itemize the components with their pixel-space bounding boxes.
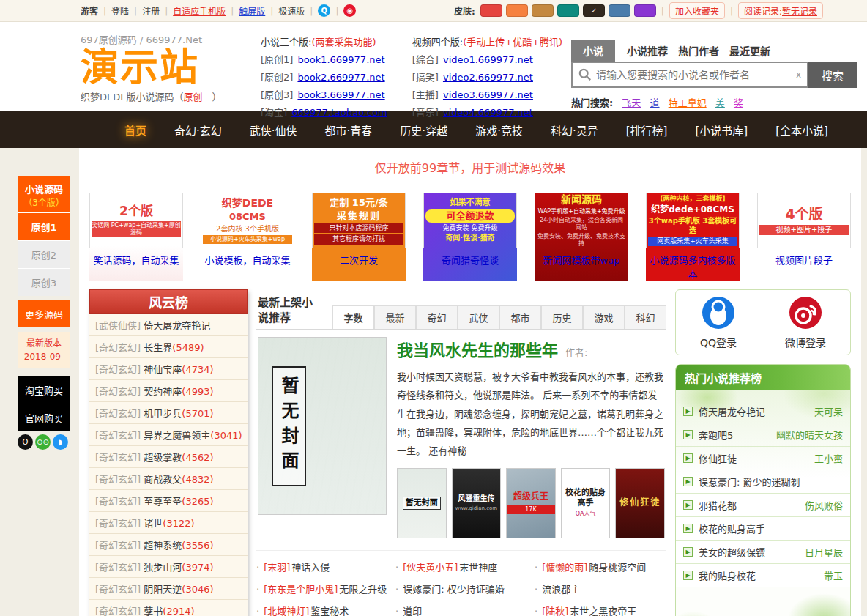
banner-caption[interactable]: 新闻网模板带wap	[535, 253, 628, 267]
wechat-icon[interactable]: ⊙⊙	[35, 434, 51, 450]
more-source-button[interactable]: 更多源码	[18, 300, 70, 327]
novel-link[interactable]: ·[陆秋]末世之黑夜帝王	[535, 601, 666, 616]
site-link[interactable]: video3.669977.net	[443, 89, 533, 100]
recommend-tab[interactable]: 科幻	[625, 305, 666, 329]
banner-caption[interactable]: 视频图片段子	[757, 253, 851, 267]
nav-item[interactable]: 都市·青春	[316, 118, 382, 142]
banner-caption[interactable]: 奇闻猎奇怪谈	[423, 253, 517, 267]
skin-swatch[interactable]	[634, 4, 656, 17]
book-cover-thumb[interactable]: 风骚重生传 www.qidian.com	[452, 468, 502, 538]
nav-item[interactable]: 科幻·灵异	[542, 118, 607, 142]
banner-caption[interactable]: 笑话源码，自动采集	[89, 253, 183, 267]
search-tab[interactable]: 小说推荐	[627, 43, 668, 62]
banner-ad[interactable]: 2个版 笑话网 PC+wap+自动采集+原创源码 笑话源码，自动采集	[89, 193, 183, 281]
wangwang-icon[interactable]: ◗	[53, 434, 68, 450]
reading-history[interactable]: 阅读记录:暂无记录	[738, 2, 823, 19]
hot-novel-item[interactable]: ▶ 我的贴身校花 带玉	[676, 564, 850, 587]
site-link[interactable]: video4.669977.net	[443, 107, 533, 118]
novel-link[interactable]: ·道印	[395, 601, 527, 616]
nav-item[interactable]: [全本小说]	[767, 118, 837, 142]
book-cover-thumb[interactable]: 修仙狂徒	[615, 468, 665, 538]
nav-item[interactable]: 奇幻·玄幻	[165, 118, 231, 142]
featured-title[interactable]: 我当风水先生的那些年	[397, 337, 558, 360]
recommend-tab[interactable]: 历史	[541, 305, 583, 329]
recommend-tab[interactable]: 字数	[332, 305, 374, 329]
qq-icon[interactable]: Q	[318, 4, 330, 17]
skin-swatch[interactable]	[609, 4, 630, 17]
search-tab[interactable]: 热门作者	[678, 43, 719, 62]
hot-search-word[interactable]: 道	[650, 97, 660, 108]
banner-ad[interactable]: 新闻源码 WAP手机版+自动采集+免费升级 24小时自动采集，适合各类新闻网站 …	[535, 193, 628, 281]
rank-item[interactable]: [奇幻玄幻] 诸世(3122)	[89, 512, 248, 534]
hot-novel-item[interactable]: ▶ 校花的贴身高手	[676, 517, 850, 541]
hot-novel-item[interactable]: ▶ 误惹豪门: 爵少的迷糊剃	[676, 470, 850, 494]
hot-search-word[interactable]: 飞天	[622, 97, 641, 108]
search-button[interactable]: 搜索	[808, 62, 857, 88]
hot-novel-item[interactable]: ▶ 美女的超级保镖 日月星辰	[676, 541, 850, 564]
nav-item[interactable]: [小说书库]	[686, 118, 756, 142]
fast-version-link[interactable]: 极速版	[278, 4, 305, 17]
skin-swatch[interactable]	[480, 4, 502, 17]
rank-item[interactable]: [奇幻玄幻] 超级掌教(4562)	[89, 446, 248, 468]
weibo-login-button[interactable]: 微博登录	[785, 296, 826, 349]
skin-swatch[interactable]	[506, 4, 528, 17]
novel-link[interactable]: ·[东东是个胆小鬼]无限之升级	[256, 579, 388, 601]
rank-item[interactable]: [奇幻玄幻] 长生界(5489)	[89, 336, 248, 358]
adaptive-mobile-link[interactable]: 自适应手机版	[173, 4, 226, 17]
hot-search-word[interactable]: 美	[715, 97, 725, 108]
weibo-icon[interactable]: ◉	[343, 4, 356, 17]
add-favorite-button[interactable]: 加入收藏夹	[669, 2, 725, 19]
touch-version-link[interactable]: 触屏版	[239, 4, 265, 17]
book-cover-thumb[interactable]: 暂无封面	[397, 468, 447, 538]
book-cover-thumb[interactable]: 校花的贴身高手 QA人气	[561, 468, 611, 538]
nav-item[interactable]: 历史·穿越	[391, 118, 456, 142]
novel-link[interactable]: ·误嫁豪门: 权少持证骗婚	[395, 579, 527, 601]
buy-button[interactable]: 淘宝购买	[18, 376, 70, 404]
recommend-tab[interactable]: 最新	[374, 305, 416, 329]
rank-item[interactable]: [奇幻玄幻] 机甲步兵(5701)	[89, 402, 248, 424]
banner-ad-image[interactable]: 新闻源码 WAP手机版+自动采集+免费升级 24小时自动采集，适合各类新闻网站 …	[535, 193, 628, 248]
banner-ad[interactable]: 定制 15元/条 采集规则 只针对本店源码程序 其它程序请勿打扰 二次开发	[312, 193, 406, 281]
hot-novel-item[interactable]: ▶ 倚天屠龙夺艳记 天可呆	[676, 400, 850, 423]
rank-item[interactable]: [奇幻玄幻] 神仙宝座(4734)	[89, 358, 248, 380]
site-link[interactable]: book2.669977.net	[297, 72, 384, 83]
novel-link[interactable]: ·[北域神灯]鉴宝秘术	[256, 601, 388, 616]
rank-item[interactable]: [奇幻玄幻] 商战教父(4832)	[89, 468, 248, 490]
banner-caption[interactable]: 二次开发	[312, 253, 406, 267]
hot-search-word[interactable]: 特工皇妃	[669, 97, 707, 108]
qq-login-button[interactable]: QQ登录	[700, 296, 737, 349]
rank-item[interactable]: [奇幻玄幻] 独步山河(3974)	[89, 556, 248, 578]
rank-item[interactable]: [奇幻玄幻] 契约神座(4993)	[89, 380, 248, 402]
rank-item[interactable]: [奇幻玄幻] 阴阳天逆(3046)	[89, 578, 248, 600]
site-link[interactable]: book1.669977.net	[297, 54, 384, 65]
source-version-item[interactable]: 原创1	[18, 212, 70, 240]
nav-item[interactable]: 游戏·竞技	[466, 118, 532, 142]
banner-ad-image[interactable]: 【两种内核，三套模板】 织梦dede+08CMS 3个wap手机版 3套模板可选…	[646, 193, 740, 248]
banner-ad-image[interactable]: 4个版 视频+图片+段子	[757, 193, 851, 248]
search-input[interactable]	[596, 69, 792, 81]
nav-item[interactable]: 首页	[116, 118, 155, 142]
nav-item[interactable]: 武侠·仙侠	[241, 118, 306, 142]
site-link[interactable]: video1.669977.net	[443, 54, 533, 65]
novel-link[interactable]: ·[伙夫黄小五]末世神座	[395, 557, 527, 579]
novel-link[interactable]: ·[慵懒的雨]随身桃源空间	[535, 557, 666, 579]
novel-link[interactable]: ·[末羽]神话入侵	[256, 557, 388, 579]
login-link[interactable]: 登陆	[111, 4, 129, 17]
site-link[interactable]: book3.669977.net	[297, 89, 384, 100]
banner-ad[interactable]: 如果不满意 可全额退款 免费安装 免费升级 奇闻·怪谈·猎奇 奇闻猎奇怪谈	[423, 193, 517, 281]
rank-item[interactable]: [奇幻玄幻] 孽书(2914)	[89, 600, 248, 616]
site-link[interactable]: 669977.taobao.com	[291, 107, 387, 118]
banner-ad[interactable]: 4个版 视频+图片+段子 视频图片段子	[757, 193, 851, 281]
banner-ad-image[interactable]: 如果不满意 可全额退款 免费安装 免费升级 奇闻·怪谈·猎奇	[423, 193, 517, 248]
banner-ad-image[interactable]: 织梦DEDE 08CMS 2套内核 3个手机版 小说源码+火车头采集+wap	[201, 193, 294, 248]
source-version-item[interactable]: 原创2	[18, 240, 70, 268]
banner-ad-image[interactable]: 定制 15元/条 采集规则 只针对本店源码程序 其它程序请勿打扰	[312, 193, 406, 248]
rank-item[interactable]: [武侠仙侠] 倚天屠龙夺艳记	[89, 314, 248, 336]
banner-ad[interactable]: 【两种内核，三套模板】 织梦dede+08CMS 3个wap手机版 3套模板可选…	[646, 193, 740, 281]
featured-cover[interactable]: 暂无封面	[258, 337, 387, 515]
hot-novel-item[interactable]: ▶ 奔跑吧5 幽默的晴天女孩	[676, 423, 850, 447]
skin-swatch[interactable]	[532, 4, 554, 17]
hot-novel-item[interactable]: ▶ 修仙狂徒 王小蛮	[676, 447, 850, 470]
recommend-tab[interactable]: 都市	[499, 305, 541, 329]
nav-item[interactable]: [排行榜]	[617, 118, 677, 142]
